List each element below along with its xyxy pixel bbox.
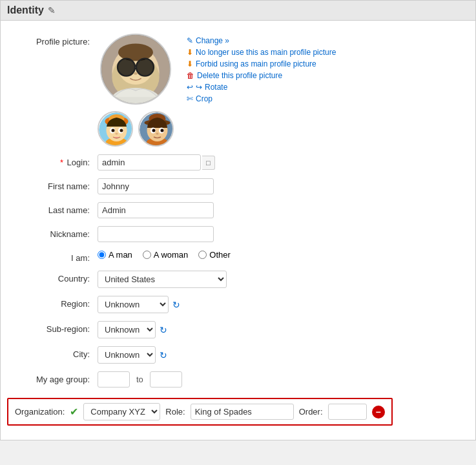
org-row: Organization: ✔ Company XYZ Role: Order:… (7, 398, 393, 426)
age-from-input[interactable] (98, 371, 130, 388)
svg-point-7 (136, 59, 154, 76)
city-select[interactable]: Unknown (98, 346, 156, 364)
subregion-refresh-icon[interactable]: ↻ (160, 325, 167, 335)
nickname-label: Nickname: (7, 226, 98, 239)
age-group-content: to (98, 371, 469, 388)
radio-a-man-label: A man (109, 250, 132, 260)
profile-pic-section: ✎ Change » ⬇ No longer use this as main … (98, 34, 336, 147)
profile-picture-row: Profile picture: (7, 34, 469, 147)
radio-a-man-input[interactable] (98, 251, 106, 259)
small-avatar-1[interactable] (98, 111, 133, 147)
radio-other[interactable]: Other (198, 250, 231, 260)
nickname-row: Nickname: (7, 226, 469, 242)
no-longer-main-link[interactable]: ⬇ No longer use this as main profile pic… (187, 48, 336, 57)
svg-point-31 (156, 133, 159, 135)
city-label: City: (7, 346, 98, 359)
radio-a-woman[interactable]: A woman (143, 250, 188, 260)
svg-point-30 (161, 129, 164, 132)
anime-avatar-2-svg (140, 112, 174, 147)
edit-icon: ✎ (48, 5, 56, 16)
subregion-select[interactable]: Unknown (98, 321, 156, 338)
region-select[interactable]: Unknown (98, 296, 169, 313)
age-group-label: My age group: (7, 371, 98, 384)
login-label: * Login: (7, 154, 98, 167)
radio-group: A man A woman Other (98, 250, 231, 260)
age-to-label: to (134, 375, 146, 384)
region-label: Region: (7, 296, 98, 309)
login-input[interactable] (98, 154, 201, 170)
radio-other-label: Other (209, 250, 231, 260)
i-am-row: I am: A man A woman Other (7, 250, 469, 263)
delete-icon: 🗑 (187, 71, 194, 80)
change-icon: ✎ (187, 36, 193, 45)
remove-org-button[interactable]: − (372, 406, 385, 418)
order-input[interactable] (328, 404, 367, 420)
svg-point-29 (152, 129, 156, 132)
first-name-row: First name: (7, 178, 469, 194)
first-name-input[interactable] (98, 178, 214, 194)
order-label: Order: (299, 407, 323, 417)
i-am-label: I am: (7, 250, 98, 263)
login-icon-btn[interactable]: □ (202, 156, 215, 170)
profile-picture-label: Profile picture: (7, 34, 98, 46)
radio-a-woman-label: A woman (154, 250, 188, 260)
subregion-row: Sub-region: Unknown ↻ (7, 321, 469, 338)
rotate-link[interactable]: ↩ ↪ Rotate (187, 83, 336, 92)
role-label: Role: (165, 407, 185, 417)
age-to-input[interactable] (150, 371, 182, 388)
page-title: Identity (7, 5, 44, 16)
country-select[interactable]: United States (98, 271, 227, 288)
required-star: * (60, 158, 63, 167)
country-content: United States (98, 271, 469, 288)
change-picture-link[interactable]: ✎ Change » (187, 36, 336, 45)
last-name-row: Last name: (7, 202, 469, 218)
page-container: Identity ✎ Profile picture: (0, 0, 476, 440)
region-content: Unknown ↻ (98, 296, 469, 313)
small-avatar-2[interactable] (138, 111, 174, 147)
delete-picture-link[interactable]: 🗑 Delete this profile picture (187, 71, 336, 80)
svg-point-9 (134, 72, 138, 75)
svg-point-18 (112, 129, 115, 132)
login-row: * Login: □ (7, 154, 469, 170)
city-content: Unknown ↻ (98, 346, 469, 364)
city-row: City: Unknown ↻ (7, 346, 469, 364)
radio-a-man[interactable]: A man (98, 250, 132, 260)
first-name-label: First name: (7, 178, 98, 191)
subregion-label: Sub-region: (7, 321, 98, 334)
baby-avatar-svg (101, 34, 170, 105)
rotate-right-icon: ↪ (196, 83, 202, 92)
forbid-main-link[interactable]: ⬇ Forbid using as main profile picture (187, 59, 336, 68)
i-am-content: A man A woman Other (98, 250, 469, 260)
svg-point-19 (120, 129, 123, 132)
rotate-left-icon: ↩ (187, 83, 193, 92)
last-name-label: Last name: (7, 202, 98, 215)
page-header: Identity ✎ (1, 1, 475, 21)
country-label: Country: (7, 271, 98, 284)
svg-point-6 (118, 59, 135, 76)
last-name-input[interactable] (98, 202, 214, 218)
last-name-content (98, 202, 469, 218)
pic-column-left (98, 34, 174, 147)
role-input[interactable] (191, 404, 294, 420)
organization-row: Organization: ✔ Company XYZ Role: Order:… (7, 395, 469, 426)
org-label: Organization: (15, 407, 65, 417)
nickname-input[interactable] (98, 226, 214, 242)
country-row: Country: United States (7, 271, 469, 288)
main-avatar (100, 34, 171, 105)
arrow-down-icon: ⬇ (187, 48, 193, 57)
company-select[interactable]: Company XYZ (83, 403, 160, 420)
age-group-row: My age group: to (7, 371, 469, 388)
region-refresh-icon[interactable]: ↻ (172, 300, 180, 310)
radio-a-woman-input[interactable] (143, 251, 151, 259)
form-area: Profile picture: (1, 21, 475, 440)
pic-actions: ✎ Change » ⬇ No longer use this as main … (187, 34, 336, 147)
city-refresh-icon[interactable]: ↻ (160, 350, 167, 360)
login-field-wrapper: □ (98, 154, 215, 170)
crop-link[interactable]: ✄ Crop (187, 94, 336, 103)
profile-picture-content: ✎ Change » ⬇ No longer use this as main … (98, 34, 469, 147)
checkmark-icon: ✔ (70, 406, 78, 418)
radio-other-input[interactable] (198, 251, 207, 259)
organization-content: Organization: ✔ Company XYZ Role: Order:… (7, 395, 469, 426)
small-avatars (98, 111, 174, 147)
anime-avatar-1-svg (99, 112, 133, 147)
